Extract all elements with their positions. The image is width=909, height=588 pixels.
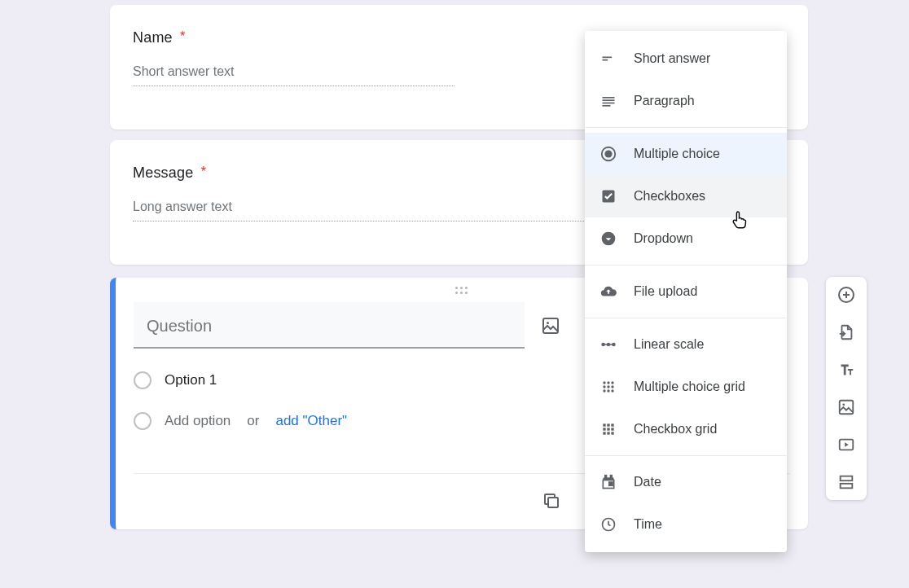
menu-separator	[585, 318, 787, 318]
linear-scale-icon	[599, 336, 617, 353]
svg-rect-8	[603, 105, 611, 107]
add-question-icon[interactable]	[837, 285, 856, 305]
short-answer-icon	[599, 50, 617, 68]
svg-rect-33	[607, 432, 609, 434]
svg-rect-7	[603, 103, 615, 104]
required-star: *	[180, 29, 185, 43]
drag-handle-icon[interactable]	[455, 286, 469, 296]
menu-item-file-upload[interactable]: File upload	[585, 270, 787, 313]
short-answer-preview: Short answer text	[133, 64, 455, 86]
cloud-upload-icon	[599, 283, 617, 301]
svg-point-10	[604, 150, 612, 157]
menu-item-dropdown[interactable]: Dropdown	[585, 217, 787, 260]
add-other-link[interactable]: add "Other"	[275, 413, 347, 429]
svg-rect-0	[543, 318, 558, 333]
svg-rect-38	[611, 476, 613, 479]
menu-label: Paragraph	[634, 94, 695, 108]
svg-rect-37	[605, 476, 607, 479]
svg-rect-27	[607, 423, 609, 426]
menu-item-paragraph[interactable]: Paragraph	[585, 80, 787, 122]
radio-icon	[134, 412, 152, 430]
menu-item-cb-grid[interactable]: Checkbox grid	[585, 408, 787, 450]
svg-rect-26	[603, 423, 605, 426]
add-video-icon[interactable]	[837, 435, 856, 454]
radio-selected-icon	[599, 145, 617, 163]
svg-rect-32	[603, 432, 605, 434]
menu-separator	[585, 455, 787, 456]
menu-item-date[interactable]: Date	[585, 461, 787, 503]
paragraph-icon	[599, 92, 617, 110]
clock-icon	[599, 516, 617, 533]
required-star: *	[201, 165, 206, 178]
add-section-icon[interactable]	[837, 472, 856, 492]
svg-rect-16	[604, 344, 614, 344]
menu-label: Short answer	[634, 51, 710, 66]
or-text: or	[247, 413, 259, 429]
checkbox-icon	[599, 187, 617, 205]
svg-rect-39	[609, 482, 613, 485]
menu-label: Multiple choice grid	[634, 380, 745, 394]
add-image-icon[interactable]	[539, 314, 562, 337]
duplicate-icon[interactable]	[539, 489, 564, 513]
menu-label: Checkbox grid	[634, 422, 717, 437]
menu-item-multiple-choice[interactable]: Multiple choice	[585, 133, 787, 175]
svg-rect-4	[603, 59, 608, 61]
menu-separator	[585, 265, 787, 265]
svg-point-43	[842, 403, 845, 406]
menu-separator	[585, 127, 787, 128]
svg-rect-45	[841, 476, 853, 481]
svg-rect-30	[607, 428, 609, 430]
svg-point-17	[603, 381, 605, 384]
menu-item-checkboxes[interactable]: Checkboxes	[585, 175, 787, 217]
side-toolbar	[826, 277, 867, 500]
menu-label: Date	[634, 475, 661, 489]
import-questions-icon[interactable]	[837, 323, 856, 342]
question-title-text: Name	[133, 29, 173, 46]
svg-rect-29	[603, 428, 605, 430]
menu-label: Linear scale	[634, 337, 704, 352]
menu-label: Time	[634, 517, 662, 532]
dropdown-icon	[599, 230, 617, 248]
menu-item-short-answer[interactable]: Short answer	[585, 37, 787, 80]
svg-point-1	[547, 322, 549, 324]
menu-label: Multiple choice	[634, 147, 720, 161]
menu-item-mc-grid[interactable]: Multiple choice grid	[585, 366, 787, 408]
svg-point-22	[611, 385, 613, 388]
menu-label: Dropdown	[634, 231, 693, 246]
svg-point-25	[611, 389, 613, 392]
svg-point-23	[603, 389, 605, 392]
option-label[interactable]: Option 1	[165, 372, 217, 388]
svg-point-20	[603, 385, 605, 388]
question-input[interactable]	[134, 302, 525, 349]
question-title-text: Message	[133, 165, 193, 181]
svg-rect-46	[841, 484, 853, 489]
menu-item-time[interactable]: Time	[585, 503, 787, 546]
radio-icon	[134, 371, 152, 389]
menu-label: Checkboxes	[634, 189, 705, 204]
svg-point-18	[607, 381, 609, 384]
svg-rect-5	[603, 97, 615, 99]
add-image-toolbar-icon[interactable]	[837, 397, 856, 417]
svg-point-19	[611, 381, 613, 384]
svg-rect-28	[611, 423, 613, 426]
svg-rect-3	[603, 57, 613, 59]
svg-rect-34	[611, 432, 613, 434]
svg-point-21	[607, 385, 609, 388]
add-title-icon[interactable]	[837, 360, 856, 380]
add-option-text[interactable]: Add option	[165, 413, 231, 429]
svg-rect-42	[840, 401, 854, 415]
dot-grid-icon	[599, 378, 617, 396]
menu-item-linear-scale[interactable]: Linear scale	[585, 323, 787, 366]
svg-rect-2	[548, 498, 558, 507]
question-type-menu[interactable]: Short answer Paragraph Multiple choice C…	[585, 31, 787, 552]
menu-label: File upload	[634, 284, 697, 299]
svg-point-24	[607, 389, 609, 392]
svg-rect-31	[611, 428, 613, 430]
svg-rect-6	[603, 99, 615, 101]
square-grid-icon	[599, 420, 617, 438]
calendar-icon	[599, 473, 617, 491]
